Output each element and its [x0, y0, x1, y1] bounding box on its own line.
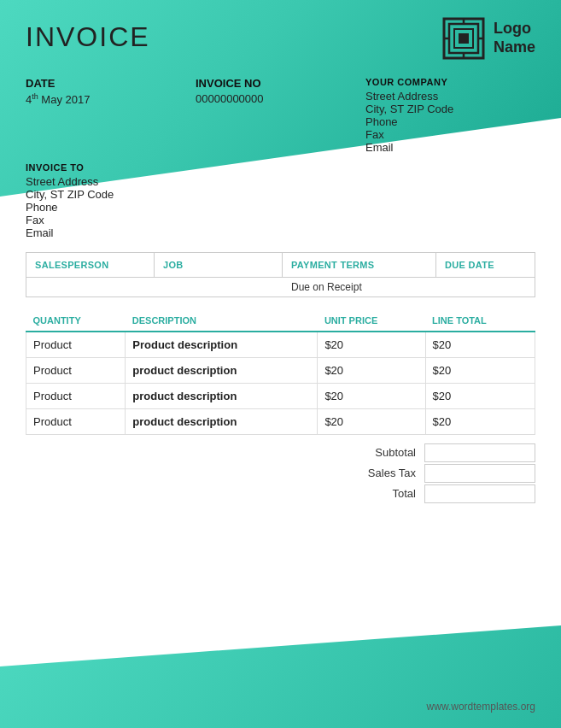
row-3-quantity: Product [26, 409, 126, 435]
company-label: YOUR COMPANY [365, 77, 535, 87]
date-label: DATE [26, 77, 196, 90]
subtotal-label: Subtotal [354, 443, 423, 462]
meta-table-header: SALESPERSON JOB PAYMENT TERMS DUE DATE [26, 252, 535, 278]
sales-tax-value [424, 464, 535, 483]
date-value: 4th May 2017 [26, 92, 196, 106]
sales-tax-label: Sales Tax [354, 464, 423, 483]
company-city: City, ST ZIP Code [365, 103, 535, 115]
row-0-description: Product description [126, 332, 318, 358]
items-col-unit-price: UNIT PRICE [318, 310, 425, 332]
row-0-unit_price: $20 [318, 332, 425, 358]
row-2-unit_price: $20 [318, 384, 425, 409]
due-on-receipt-text: Due on Receipt [283, 278, 436, 296]
logo-text: Logo Name [494, 20, 535, 56]
table-row: ProductProduct description$20$20 [26, 332, 535, 358]
items-table: QUANTITY DESCRIPTION UNIT PRICE LINE TOT… [26, 310, 535, 435]
invoice-to-address: Street Address [26, 175, 535, 188]
invoice-title: INVOICE [26, 17, 150, 53]
invoice-to-label: INVOICE TO [26, 162, 535, 173]
date-suffix: May 2017 [38, 93, 91, 106]
row-2-line_total: $20 [425, 384, 535, 409]
company-address: Street Address [365, 90, 535, 103]
logo-name-line1: Logo [494, 20, 535, 38]
row-0-line_total: $20 [425, 332, 535, 358]
company-block: YOUR COMPANY Street Address City, ST ZIP… [365, 77, 535, 154]
company-fax: Fax [365, 128, 535, 141]
company-email: Email [365, 141, 535, 154]
items-col-line-total: LINE TOTAL [425, 310, 535, 332]
date-block: DATE 4th May 2017 [26, 77, 196, 154]
row-1-unit_price: $20 [318, 358, 425, 384]
invoice-to-phone: Phone [26, 201, 535, 214]
logo-name-line2: Name [494, 38, 535, 57]
invoice-to-city: City, ST ZIP Code [26, 188, 535, 201]
row-2-quantity: Product [26, 384, 126, 409]
totals-section: Subtotal Sales Tax Total [26, 443, 535, 503]
invoice-to-fax: Fax [26, 214, 535, 226]
invoice-to-section: INVOICE TO Street Address City, ST ZIP C… [26, 162, 535, 239]
table-row: Productproduct description$20$20 [26, 409, 535, 435]
row-0-quantity: Product [26, 332, 126, 358]
subtotal-value [424, 443, 535, 462]
items-col-quantity: QUANTITY [26, 310, 126, 332]
logo-area: Logo Name [442, 17, 535, 60]
due-on-receipt-row: Due on Receipt [26, 278, 535, 297]
items-col-description: DESCRIPTION [126, 310, 318, 332]
meta-col-payment-terms: PAYMENT TERMS [283, 253, 436, 277]
row-3-description: product description [126, 409, 318, 435]
invoice-no-value: 00000000000 [196, 92, 365, 105]
invoice-no-label: INVOICE NO [196, 77, 365, 90]
invoice-no-block: INVOICE NO 00000000000 [196, 77, 365, 154]
svg-rect-3 [459, 33, 469, 44]
row-1-description: product description [126, 358, 318, 384]
meta-col-due-date: DUE DATE [436, 253, 539, 277]
row-2-description: product description [126, 384, 318, 409]
logo-icon [442, 17, 485, 60]
row-3-unit_price: $20 [318, 409, 425, 435]
totals-grid: Subtotal Sales Tax Total [354, 443, 535, 503]
total-value [424, 484, 535, 503]
meta-col-job: JOB [155, 253, 283, 277]
table-row: Productproduct description$20$20 [26, 384, 535, 409]
row-1-quantity: Product [26, 358, 126, 384]
meta-col-salesperson: SALESPERSON [26, 253, 155, 277]
total-label: Total [354, 484, 423, 503]
company-phone: Phone [365, 115, 535, 128]
row-1-line_total: $20 [425, 358, 535, 384]
invoice-to-email: Email [26, 226, 535, 239]
date-sup: th [32, 92, 38, 101]
table-row: Productproduct description$20$20 [26, 358, 535, 384]
footer-website: www.wordtemplates.org [427, 701, 535, 713]
row-3-line_total: $20 [425, 409, 535, 435]
